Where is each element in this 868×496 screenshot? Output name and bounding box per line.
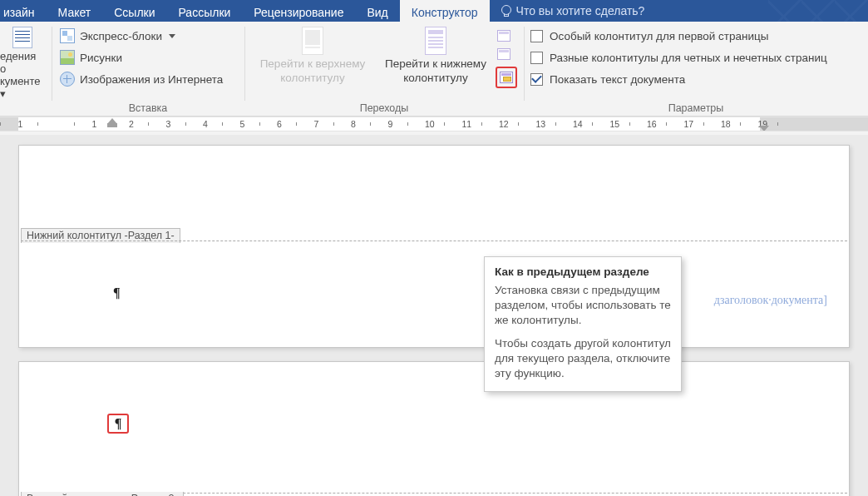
document-info-button[interactable]: едения о кументе ▾ xyxy=(0,25,45,100)
group-insert-label: Вставка xyxy=(52,102,244,114)
goto-header-icon xyxy=(302,27,323,55)
group-navigation: Перейти к верхнему колонтитулу Перейти к… xyxy=(244,22,524,116)
group-options-label: Параметры xyxy=(524,102,868,114)
paragraph-mark-icon: ¶ xyxy=(115,416,122,431)
goto-header-line2: колонтитулу xyxy=(280,71,344,85)
previous-section-button[interactable] xyxy=(496,28,512,43)
footer-boundary-line xyxy=(21,241,847,241)
paragraph-mark: ¶ xyxy=(113,285,121,300)
horizontal-ruler[interactable]: 2112345678910111213141516171819 xyxy=(0,117,868,135)
lightbulb-icon xyxy=(500,5,511,17)
online-pictures-label: Изображения из Интернета xyxy=(80,73,223,86)
show-document-text-row[interactable]: Показать текст документа xyxy=(530,68,861,90)
tab-review[interactable]: Рецензирование xyxy=(242,0,355,22)
document-canvas[interactable]: Нижний колонтитул -Раздел 1- ¶ дзаголово… xyxy=(0,135,868,496)
different-odd-even-label: Разные колонтитулы для четных и нечетных… xyxy=(550,52,827,64)
tooltip-paragraph-2: Чтобы создать другой колонтитул для теку… xyxy=(495,336,671,381)
ribbon-tabs: изайн Макет Ссылки Рассылки Рецензирован… xyxy=(0,0,868,22)
next-section-icon xyxy=(497,48,510,60)
different-first-page-row[interactable]: Особый колонтитул для первой страницы xyxy=(530,25,861,47)
quick-parts-button[interactable]: Экспресс-блоки xyxy=(58,25,238,47)
tell-me-placeholder: Что вы хотите сделать? xyxy=(516,4,645,17)
tell-me-search[interactable]: Что вы хотите сделать? xyxy=(490,0,655,22)
pictures-icon xyxy=(60,50,75,65)
show-document-text-label: Показать текст документа xyxy=(550,73,685,86)
show-document-text-checkbox[interactable] xyxy=(530,73,543,86)
document-info-line1: едения о xyxy=(0,50,45,75)
tooltip-paragraph-1: Установка связи с предыдущим разделом, ч… xyxy=(495,283,671,328)
link-to-previous-tooltip: Как в предыдущем разделе Установка связи… xyxy=(484,256,682,392)
goto-footer-line1: Перейти к нижнему xyxy=(385,57,486,71)
pictures-button[interactable]: Рисунки xyxy=(58,47,238,68)
quick-parts-label: Экспресс-блоки xyxy=(80,30,162,42)
link-to-previous-icon xyxy=(500,72,513,83)
goto-footer-icon xyxy=(425,27,446,55)
titlebar-decoration xyxy=(768,0,868,22)
tab-view[interactable]: Вид xyxy=(355,0,399,22)
tab-design[interactable]: изайн xyxy=(0,0,47,22)
highlighted-paragraph-mark: ¶ xyxy=(107,414,129,434)
link-to-previous-button[interactable] xyxy=(496,67,517,88)
different-odd-even-checkbox[interactable] xyxy=(530,52,543,64)
pictures-label: Рисунки xyxy=(80,52,122,64)
previous-section-icon xyxy=(497,30,510,42)
tab-header-footer-design[interactable]: Конструктор xyxy=(400,0,490,22)
chevron-down-icon xyxy=(169,34,175,38)
group-options: Особый колонтитул для первой страницы Ра… xyxy=(524,22,868,116)
different-first-page-checkbox[interactable] xyxy=(530,30,543,42)
ruler-numbers: 2112345678910111213141516171819 xyxy=(0,117,797,131)
document-info-icon xyxy=(12,27,32,48)
globe-icon xyxy=(60,72,75,87)
header-section-tag: Верхний колонтитул -Раздел 2- xyxy=(21,492,184,496)
document-subtitle-fragment: дзаголовок·документа] xyxy=(714,294,827,307)
different-odd-even-row[interactable]: Разные колонтитулы для четных и нечетных… xyxy=(530,47,861,68)
tooltip-title: Как в предыдущем разделе xyxy=(495,265,671,278)
group-navigation-label: Переходы xyxy=(244,102,524,114)
tab-layout[interactable]: Макет xyxy=(47,0,103,22)
ruler-indent-marker-right[interactable] xyxy=(759,117,769,131)
goto-header-line1: Перейти к верхнему xyxy=(260,57,366,71)
document-info-line2: кументе ▾ xyxy=(0,75,45,100)
page-2[interactable]: ¶ Верхний колонтитул -Раздел 2- xyxy=(18,361,850,496)
tab-references[interactable]: Ссылки xyxy=(102,0,166,22)
goto-footer-line2: колонтитулу xyxy=(403,71,467,85)
online-pictures-button[interactable]: Изображения из Интернета xyxy=(58,68,238,90)
ruler-indent-marker-left[interactable] xyxy=(107,117,117,127)
page-1[interactable]: Нижний колонтитул -Раздел 1- ¶ дзаголово… xyxy=(18,145,850,348)
group-document-info: едения о кументе ▾ xyxy=(0,22,52,116)
tab-mailings[interactable]: Рассылки xyxy=(167,0,243,22)
quick-parts-icon xyxy=(60,28,75,43)
ribbon: едения о кументе ▾ Экспресс-блоки Рисунк… xyxy=(0,22,868,117)
group-insert: Экспресс-блоки Рисунки Изображения из Ин… xyxy=(52,22,244,116)
different-first-page-label: Особый колонтитул для первой страницы xyxy=(550,30,768,42)
next-section-button[interactable] xyxy=(496,47,512,62)
